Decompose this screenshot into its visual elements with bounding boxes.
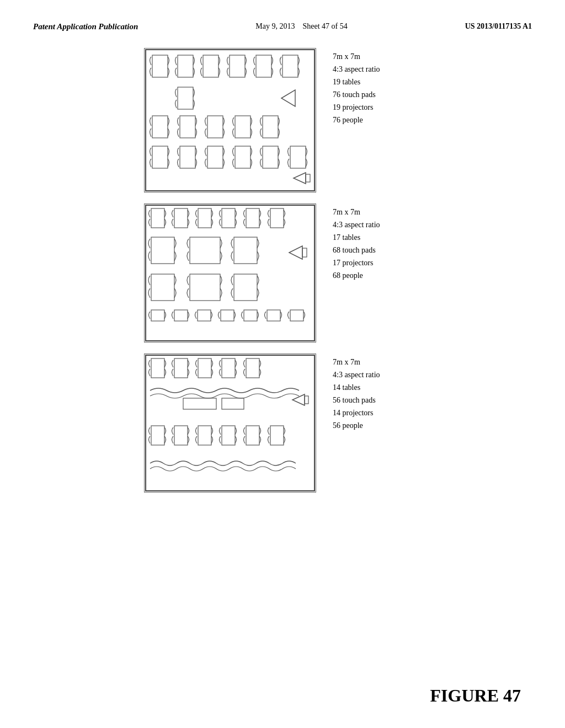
svg-rect-39 (198, 310, 211, 321)
svg-rect-31 (234, 237, 257, 264)
diagram-1 (144, 48, 316, 192)
figure-label: FIGURE 47 (430, 686, 521, 706)
svg-rect-13 (263, 116, 278, 138)
spec-pads-2: 68 touch pads (333, 244, 421, 256)
svg-rect-48 (222, 358, 235, 378)
svg-rect-0 (146, 50, 315, 191)
svg-rect-28 (270, 208, 284, 228)
svg-rect-3 (203, 55, 218, 77)
publication-title: Patent Application Publication (33, 22, 138, 31)
svg-rect-14 (152, 146, 168, 168)
spec-people-3: 56 people (333, 420, 421, 431)
spec-tables-1: 19 tables (333, 76, 421, 88)
spec-dimensions-1: 7m x 7m (333, 51, 421, 62)
spec-people-2: 68 people (333, 270, 421, 281)
spec-aspect-3: 4:3 aspect ratio (333, 369, 421, 381)
svg-rect-47 (198, 358, 211, 378)
sheet-info: Sheet 47 of 54 (302, 22, 347, 30)
svg-marker-8 (281, 90, 295, 106)
svg-rect-29 (151, 237, 174, 264)
svg-rect-33 (302, 248, 307, 257)
svg-rect-41 (244, 310, 257, 321)
spec-dimensions-2: 7m x 7m (333, 206, 421, 218)
svg-rect-21 (306, 174, 310, 182)
svg-rect-10 (180, 116, 195, 138)
svg-rect-58 (246, 426, 259, 445)
svg-rect-23 (151, 208, 164, 228)
page: Patent Application Publication May 9, 20… (0, 0, 565, 728)
svg-rect-40 (221, 310, 234, 321)
header-center: May 9, 2013 Sheet 47 of 54 (255, 22, 347, 31)
svg-rect-16 (207, 146, 223, 168)
spec-pads-1: 76 touch pads (333, 89, 421, 100)
svg-rect-56 (198, 426, 211, 445)
specs-2: 7m x 7m 4:3 aspect ratio 17 tables 68 to… (333, 204, 421, 281)
spec-dimensions-3: 7m x 7m (333, 356, 421, 368)
svg-rect-19 (290, 146, 306, 168)
svg-rect-25 (198, 208, 211, 228)
svg-rect-42 (267, 310, 280, 321)
svg-rect-2 (178, 55, 193, 77)
svg-rect-46 (174, 358, 188, 378)
publication-date: May 9, 2013 (255, 22, 295, 30)
svg-rect-11 (207, 116, 223, 138)
svg-rect-5 (256, 55, 271, 77)
svg-rect-4 (230, 55, 245, 77)
spec-pads-3: 56 touch pads (333, 394, 421, 406)
svg-rect-38 (174, 310, 188, 321)
spec-tables-3: 14 tables (333, 382, 421, 393)
svg-rect-44 (146, 355, 315, 491)
diagram-2 (144, 204, 316, 342)
diagram-row-3: 7m x 7m 4:3 aspect ratio 14 tables 56 to… (33, 354, 532, 493)
diagram-row-2: 7m x 7m 4:3 aspect ratio 17 tables 68 to… (33, 204, 532, 342)
spec-projectors-1: 19 projectors (333, 101, 421, 113)
svg-rect-45 (151, 358, 164, 378)
content: 7m x 7m 4:3 aspect ratio 19 tables 76 to… (33, 48, 532, 493)
svg-rect-50 (183, 398, 216, 409)
header: Patent Application Publication May 9, 20… (33, 22, 532, 31)
spec-people-1: 76 people (333, 114, 421, 126)
spec-projectors-2: 17 projectors (333, 257, 421, 269)
svg-rect-34 (151, 274, 174, 301)
diagram-3 (144, 354, 316, 493)
svg-rect-30 (190, 237, 220, 264)
spec-aspect-2: 4:3 aspect ratio (333, 219, 421, 231)
svg-rect-55 (174, 426, 188, 445)
svg-rect-15 (180, 146, 195, 168)
svg-rect-6 (282, 55, 298, 77)
diagram-row-1: 7m x 7m 4:3 aspect ratio 19 tables 76 to… (33, 48, 532, 192)
specs-3: 7m x 7m 4:3 aspect ratio 14 tables 56 to… (333, 354, 421, 431)
spec-projectors-3: 14 projectors (333, 407, 421, 419)
svg-rect-9 (152, 116, 168, 138)
svg-rect-17 (235, 146, 250, 168)
svg-rect-18 (263, 146, 278, 168)
svg-rect-12 (235, 116, 250, 138)
svg-marker-32 (289, 246, 302, 259)
svg-rect-53 (305, 396, 308, 404)
svg-rect-37 (151, 310, 164, 321)
specs-1: 7m x 7m 4:3 aspect ratio 19 tables 76 to… (333, 48, 421, 126)
svg-marker-20 (294, 173, 306, 184)
svg-rect-59 (270, 426, 284, 445)
svg-rect-7 (178, 87, 193, 109)
patent-number: US 2013/0117135 A1 (465, 22, 532, 31)
svg-rect-22 (146, 205, 315, 341)
svg-rect-49 (246, 358, 259, 378)
svg-rect-27 (246, 208, 259, 228)
svg-rect-43 (290, 310, 303, 321)
svg-rect-36 (234, 274, 257, 301)
svg-rect-26 (222, 208, 235, 228)
spec-tables-2: 17 tables (333, 232, 421, 243)
svg-rect-24 (174, 208, 188, 228)
svg-rect-57 (222, 426, 235, 445)
spec-aspect-1: 4:3 aspect ratio (333, 63, 421, 75)
svg-rect-54 (151, 426, 164, 445)
svg-rect-35 (190, 274, 220, 301)
svg-rect-1 (152, 55, 168, 77)
svg-rect-51 (222, 398, 244, 409)
